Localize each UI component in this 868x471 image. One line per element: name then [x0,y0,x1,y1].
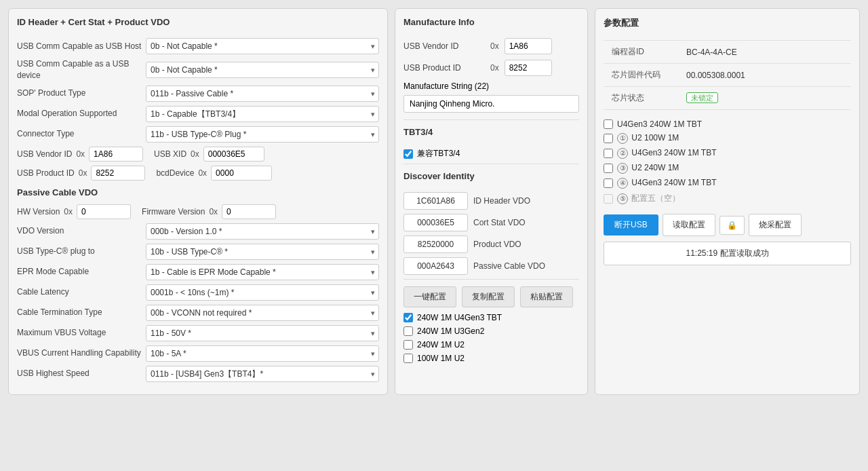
config-opt-1-label[interactable]: 240W 1M U3Gen2 [417,326,484,336]
num-5: ⑤ [617,193,628,204]
modal-op-select-wrapper[interactable]: 1b - Capable【TBT3/4】 [146,106,379,122]
rcfg-3-label[interactable]: ③ U2 240W 1M [617,163,679,174]
sop-product-type-row: SOP' Product Type 011b - Passive Cable * [17,86,379,102]
write-config-btn[interactable]: 烧采配置 [749,214,802,236]
hw-fw-row: HW Version 0x Firmware Version 0x [17,204,379,219]
chip-status-row: 芯片状态 未锁定 [604,87,851,110]
oneclick-btn-row: 一键配置 复制配置 粘贴配置 [403,286,579,307]
sop-product-type-select[interactable]: 011b - Passive Cable * [146,86,379,102]
rcfg-2-label[interactable]: ② U4Gen3 240W 1M TBT [617,148,717,159]
vbus-current-label: VBUS Current Handling Capability [17,347,146,359]
product-id-label: USB Product ID [17,168,75,178]
oneclick-btn[interactable]: 一键配置 [403,286,456,307]
connector-type-select-wrapper[interactable]: 11b - USB Type-C® Plug * [146,126,379,143]
modal-op-row: Modal Operation Supported 1b - Capable【T… [17,106,379,122]
config-opt-2-label[interactable]: 240W 1M U2 [417,340,465,350]
rcfg-2-checkbox[interactable] [604,149,613,158]
disconnect-usb-btn[interactable]: 断开USB [604,214,658,236]
modal-op-select[interactable]: 1b - Capable【TBT3/4】 [146,106,379,122]
usb-comm-device-select[interactable]: 0b - Not Capable * [146,62,379,78]
config-opt-1-checkbox[interactable] [403,326,413,336]
xid-label: USB XID [154,149,186,159]
rcfg-4-checkbox[interactable] [604,178,613,188]
firmware-label: 芯片固件代码 [604,64,678,87]
chip-status-cell: 未锁定 [678,87,851,110]
rcfg-1-label[interactable]: ① U2 100W 1M [617,133,679,144]
fw-version-label: Firmware Version [142,207,205,216]
mid-product-label: USB Product ID [403,63,485,73]
usbc-plug-select[interactable]: 10b - USB Type-C® * [146,244,379,260]
product-bcd-row: USB Product ID 0x bcdDevice 0x [17,166,379,181]
programmer-row: 编程器ID BC-4A-4A-CE [604,41,851,64]
bcd-input[interactable] [211,166,272,181]
config-opt-0-label[interactable]: 240W 1M U4Gen3 TBT [417,313,502,322]
paste-config-btn[interactable]: 粘贴配置 [520,286,573,307]
hw-version-input[interactable] [77,204,131,219]
sop-product-type-label: SOP' Product Type [17,88,146,99]
cable-latency-row: Cable Latency 0001b - < 10ns (~1m) * [17,284,379,301]
modal-op-label: Modal Operation Supported [17,108,146,119]
rcfg-1-checkbox[interactable] [604,134,613,143]
firmware-row: 芯片固件代码 00.005308.0001 [604,64,851,87]
mid-vendor-input[interactable] [505,38,552,54]
di-row-1: 000036E5 Cort Stat VDO [403,214,579,231]
programmer-value: BC-4A-4A-CE [678,41,851,64]
config-opt-3-label[interactable]: 100W 1M U2 [417,354,465,363]
usb-speed-row: USB Highest Speed 011b - [USB4] Gen3【TBT… [17,366,379,382]
usb-comm-host-select-wrapper[interactable]: 0b - Not Capable * [146,38,379,54]
usb-comm-device-select-wrapper[interactable]: 0b - Not Capable * [146,62,379,78]
config-opt-0-checkbox[interactable] [403,313,413,322]
rcfg-5-checkbox[interactable] [604,194,613,204]
manufacture-string-input[interactable] [403,95,579,113]
vdo-version-select[interactable]: 000b - Version 1.0 * [146,223,379,240]
lock-icon-btn[interactable]: 🔒 [719,216,745,235]
fw-prefix: 0x [209,207,218,216]
di-row-0: 1C601A86 ID Header VDO [403,192,579,210]
vendor-id-input[interactable] [89,147,143,162]
num-1: ① [617,133,628,144]
config-opt-2-checkbox[interactable] [403,340,413,350]
cable-latency-select[interactable]: 0001b - < 10ns (~1m) * [146,284,379,301]
rcfg-0-checkbox[interactable] [604,119,613,129]
epr-mode-select[interactable]: 1b - Cable is EPR Mode Capable * [146,264,379,280]
config-opt-3-checkbox[interactable] [403,354,413,363]
vendor-id-prefix: 0x [76,149,85,159]
cable-term-row: Cable Termination Type 00b - VCONN not r… [17,305,379,321]
status-bar: 11:25:19 配置读取成功 [604,242,851,265]
chip-status-label: 芯片状态 [604,87,678,110]
usb-comm-host-label: USB Comm Capable as USB Host [17,41,146,52]
cfg-check-0: U4Gen3 240W 1M TBT [604,119,851,129]
tbt-checkbox-row: 兼容TBT3/4 [403,148,579,159]
rcfg-4-label[interactable]: ④ U4Gen3 240W 1M TBT [617,178,717,189]
rcfg-5-label[interactable]: ⑤ 配置五（空） [617,193,680,204]
cable-term-select[interactable]: 00b - VCONN not required * [146,305,379,321]
epr-mode-label: EPR Mode Capable [17,266,146,278]
copy-config-btn[interactable]: 复制配置 [462,286,515,307]
mid-product-input[interactable] [505,60,552,76]
config-opt-3-row: 100W 1M U2 [403,354,579,363]
di-hex-0: 1C601A86 [403,192,468,210]
rcfg-3-checkbox[interactable] [604,164,613,173]
left-panel-title: ID Header + Cert Stat + Product VDO [17,17,379,30]
di-row-3: 000A2643 Passive Cable VDO [403,257,579,275]
connector-type-label: Connector Type [17,128,146,140]
xid-input[interactable] [203,147,264,162]
xid-prefix: 0x [191,149,199,159]
rcfg-0-label[interactable]: U4Gen3 240W 1M TBT [617,119,702,129]
product-id-input[interactable] [91,166,145,181]
vbus-current-select[interactable]: 10b - 5A * [146,345,379,362]
fw-version-input[interactable] [222,204,276,219]
sop-product-type-select-wrapper[interactable]: 011b - Passive Cable * [146,86,379,102]
usb-comm-host-select[interactable]: 0b - Not Capable * [146,38,379,54]
config-opt-1-row: 240W 1M U3Gen2 [403,326,579,336]
usb-speed-select[interactable]: 011b - [USB4] Gen3【TBT4】* [146,366,379,382]
mid-product-id-row: USB Product ID 0x [403,60,579,76]
bcd-group: bcdDevice 0x [156,166,272,181]
di-row-2: 82520000 Product VDO [403,236,579,253]
tbt-checkbox-label[interactable]: 兼容TBT3/4 [417,148,460,159]
read-config-btn[interactable]: 读取配置 [663,214,715,236]
connector-type-select[interactable]: 11b - USB Type-C® Plug * [146,126,379,143]
max-vbus-select[interactable]: 11b - 50V * [146,325,379,341]
cfg-check-2: ② U4Gen3 240W 1M TBT [604,148,851,159]
tbt-checkbox[interactable] [403,149,413,159]
